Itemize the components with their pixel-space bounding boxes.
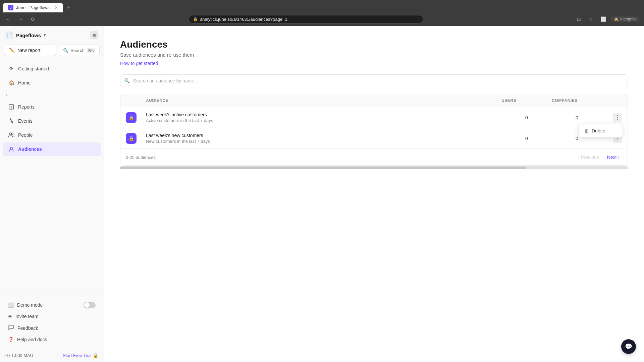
sidebar-navigation: ⟳ Getting started 🏠 Home + Reports Ev [0, 59, 104, 295]
row2-icon-cell: 🔒 [126, 133, 146, 144]
row1-actions-button[interactable]: ⋮ [613, 113, 622, 122]
browser-nav-bar: ← → ⟳ 🔒 analytics.june.so/a/14631/audien… [0, 12, 644, 26]
browser-tabs: J June - Pageflows × + [0, 0, 644, 12]
svg-point-2 [10, 147, 12, 149]
sidebar-item-audiences-label: Audiences [18, 146, 96, 152]
row2-audience-name[interactable]: Last week's new customers [146, 133, 501, 138]
sidebar-item-getting-started[interactable]: ⟳ Getting started [3, 62, 101, 75]
sidebar-actions: ✏️ New report 🔍 Search ⌘K [0, 42, 104, 59]
sidebar-item-help-docs[interactable]: ❓ Help and docs [3, 334, 101, 345]
pagination-info: 0-20 audiences [126, 155, 156, 160]
row1-actions: ⋮ 🗑 Delete [602, 113, 622, 122]
sidebar-item-reports[interactable]: Reports [3, 100, 101, 114]
tab-title: June - Pageflows [16, 5, 52, 10]
demo-icon: ⬜ [8, 302, 14, 308]
sidebar-item-reports-label: Reports [18, 104, 96, 110]
forward-button[interactable]: → [16, 14, 25, 24]
row1-audience-name[interactable]: Last week's active customers [146, 112, 501, 117]
row2-users: 0 [501, 136, 552, 141]
pagination-buttons: ‹ Previous Next › [575, 153, 622, 161]
search-button[interactable]: 🔍 Search ⌘K [59, 45, 100, 56]
sidebar-item-feedback[interactable]: Feedback [3, 322, 101, 334]
scrollbar-thumb [120, 167, 526, 169]
edit-icon: ✏️ [9, 48, 15, 53]
workspace-icon: 📄 [5, 31, 13, 39]
page-title: Audiences [120, 39, 628, 50]
reload-button[interactable]: ⟳ [28, 14, 38, 24]
sidebar-item-audiences[interactable]: Audiences [3, 142, 101, 156]
bookmark-icon[interactable]: ☆ [586, 14, 596, 24]
help-docs-label: Help and docs [17, 337, 47, 342]
page-subtitle: Save audiences and re-use them [120, 52, 628, 58]
new-tab-button[interactable]: + [64, 3, 73, 12]
chat-bubble-button[interactable]: 💬 [621, 339, 636, 354]
demo-mode-toggle[interactable]: ⬜ Demo mode [3, 299, 101, 311]
address-bar[interactable]: 🔒 analytics.june.so/a/14631/audiences?pa… [189, 15, 423, 23]
search-label: Search [70, 48, 84, 53]
ssl-lock-icon: 🔒 [193, 17, 198, 21]
search-icon: 🔍 [124, 78, 130, 83]
sidebar-item-events[interactable]: Events [3, 114, 101, 128]
row1-dropdown-menu: 🗑 Delete [579, 124, 622, 138]
col-icon [126, 98, 146, 103]
sidebar-item-events-label: Events [18, 118, 96, 124]
free-trial-button[interactable]: Start Free Trial 🔒 [63, 353, 98, 358]
tab-close-button[interactable]: × [55, 5, 58, 10]
workspace-selector[interactable]: 📄 Pageflows ▾ [5, 31, 46, 39]
sidebar-item-home-label: Home [18, 80, 96, 85]
cast-icon[interactable]: ⊡ [574, 14, 584, 24]
people-icon [8, 132, 15, 138]
scrollbar-track [120, 167, 628, 169]
new-report-button[interactable]: ✏️ New report [4, 45, 56, 56]
horizontal-scrollbar[interactable] [120, 166, 628, 169]
main-content: Audiences Save audiences and re-use them… [104, 26, 644, 362]
plus-icon: + [5, 92, 8, 98]
delete-menu-item[interactable]: 🗑 Delete [580, 125, 621, 136]
sidebar-item-people[interactable]: People [3, 128, 101, 142]
audience-search-input[interactable] [120, 74, 628, 87]
row2-audience-info: Last week's new customers New customers … [146, 133, 501, 144]
back-button[interactable]: ← [4, 14, 13, 24]
sidebar-item-invite-team[interactable]: ⊕ Invite team [3, 311, 101, 322]
chat-icon: 💬 [625, 343, 632, 350]
table-footer: 0-20 audiences ‹ Previous Next › [120, 149, 628, 165]
prev-button[interactable]: ‹ Previous [575, 153, 602, 161]
toggle-switch[interactable] [84, 302, 96, 308]
extensions-icon[interactable]: ⬜ [598, 14, 608, 24]
search-icon: 🔍 [63, 48, 68, 53]
sidebar-header: 📄 Pageflows ▾ ⊞ [0, 26, 104, 42]
table-row: 🔒 Last week's active customers Active cu… [120, 107, 628, 128]
next-button[interactable]: Next › [604, 153, 622, 161]
col-users: USERS [501, 98, 552, 103]
feedback-icon [8, 324, 14, 331]
demo-mode-label: Demo mode [17, 302, 43, 308]
loading-icon: ⟳ [8, 65, 15, 72]
add-section-button[interactable]: + [0, 90, 104, 100]
active-tab[interactable]: J June - Pageflows × [3, 3, 63, 12]
audience-icon: 🔒 [126, 112, 137, 123]
audience-icon: 🔒 [126, 133, 137, 144]
workspace-name: Pageflows [16, 33, 41, 38]
row1-audience-desc: Active customers in the last 7 days [146, 118, 501, 123]
row2-audience-desc: New customers in the last 7 days [146, 139, 501, 144]
incognito-icon: 🕵 [614, 17, 619, 21]
audience-search-bar: 🔍 [120, 74, 628, 87]
home-icon: 🏠 [8, 79, 15, 86]
toggle-knob [84, 302, 90, 308]
col-audience: AUDIENCE [146, 98, 501, 103]
row1-icon-cell: 🔒 [126, 112, 146, 123]
feedback-label: Feedback [17, 325, 38, 331]
row1-audience-info: Last week's active customers Active cust… [146, 112, 501, 123]
nav-extras: ⊡ ☆ ⬜ 🕵 Incognito [574, 14, 640, 24]
mau-bar: 0 / 1,000 MAU Start Free Trial 🔒 [0, 349, 104, 362]
table-row: 🔒 Last week's new customers New customer… [120, 128, 628, 149]
col-actions [602, 98, 622, 103]
invite-icon: ⊕ [8, 314, 12, 319]
sidebar: 📄 Pageflows ▾ ⊞ ✏️ New report 🔍 Search ⌘… [0, 26, 104, 362]
search-shortcut: ⌘K [87, 48, 95, 53]
chevron-down-icon: ▾ [44, 33, 46, 38]
sidebar-item-people-label: People [18, 132, 96, 138]
sidebar-item-home[interactable]: 🏠 Home [3, 76, 101, 89]
sidebar-compose-icon[interactable]: ⊞ [90, 31, 98, 39]
help-link[interactable]: How to get started [120, 61, 158, 66]
